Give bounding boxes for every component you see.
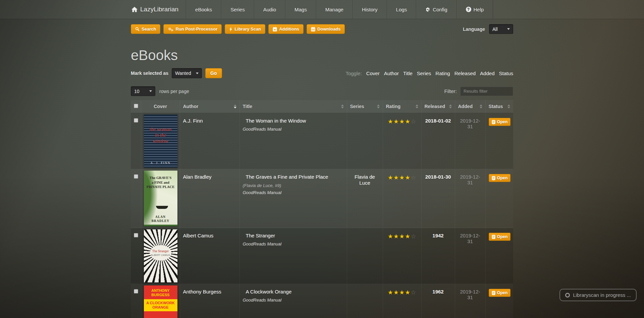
downloads-button[interactable]: Downloads: [307, 24, 345, 34]
open-button[interactable]: Open: [489, 118, 511, 126]
language-value: All: [492, 27, 498, 32]
select-all-checkbox[interactable]: [134, 104, 138, 108]
additions-label: Additions: [279, 27, 299, 32]
author-link[interactable]: A.J. Finn: [183, 118, 203, 124]
col-header-added[interactable]: Added: [455, 100, 485, 113]
nav-item-manage[interactable]: Manage: [316, 0, 353, 19]
series-link[interactable]: Flavia de Luce: [355, 174, 375, 186]
author-link[interactable]: Anthony Burgess: [183, 289, 221, 294]
col-header-series-label: Series: [350, 104, 364, 109]
col-header-status[interactable]: Status: [485, 100, 513, 113]
nav-item-audio[interactable]: Audio: [254, 0, 285, 19]
cover-author-text: ANTHONY BURGESS: [144, 285, 177, 299]
star-empty: ☆: [411, 118, 416, 125]
title-link[interactable]: The Graves a Fine and Private Place: [246, 174, 328, 180]
cover-author-text: A. J. FINN: [144, 161, 177, 165]
nav-item-mags[interactable]: Mags: [285, 0, 316, 19]
toggle-author[interactable]: Author: [384, 71, 399, 76]
results-filter-input[interactable]: [460, 87, 513, 96]
run-post-processor-button[interactable]: Run Post-Processor: [163, 24, 222, 34]
open-button[interactable]: Open: [489, 233, 511, 241]
series-cell: Flavia de Luce: [347, 169, 383, 228]
released-cell: 1962: [421, 284, 455, 318]
toggle-title[interactable]: Title: [403, 71, 413, 76]
row-checkbox[interactable]: [134, 289, 138, 293]
rows-per-page-select[interactable]: 10: [131, 86, 155, 96]
col-header-author[interactable]: Author: [180, 100, 239, 113]
toggle-added[interactable]: Added: [480, 71, 494, 76]
open-button[interactable]: Open: [489, 289, 511, 297]
additions-button[interactable]: Additions: [268, 24, 304, 34]
open-button-label: Open: [497, 290, 508, 295]
brand-label: LazyLibrarian: [140, 6, 178, 13]
released-cell: 2018-01-02: [421, 113, 455, 169]
toggle-status[interactable]: Status: [499, 71, 513, 76]
brand-home-link[interactable]: LazyLibrarian: [131, 0, 186, 19]
open-button[interactable]: Open: [489, 174, 511, 182]
cover-title-text: The GRAVE'S a FINE and PRIVATE PLACE: [144, 176, 177, 189]
col-header-cover[interactable]: Cover: [141, 100, 180, 113]
nav-item-logs[interactable]: Logs: [387, 0, 416, 19]
book-cover[interactable]: The Stranger ALBERT CAMUS: [144, 229, 177, 282]
col-header-released[interactable]: Released: [421, 100, 455, 113]
toggle-released[interactable]: Released: [454, 71, 476, 76]
row-checkbox[interactable]: [134, 118, 138, 123]
stars-filled: ★★★★: [388, 233, 411, 240]
nav-item-help-label: Help: [474, 7, 484, 12]
star-rating: ★★★★☆: [388, 118, 417, 125]
question-icon: ?: [466, 7, 471, 12]
bolt-icon: [229, 27, 232, 32]
go-button[interactable]: Go: [205, 68, 222, 78]
title-link[interactable]: The Woman in the Window: [246, 118, 306, 124]
status-cell: Open: [485, 113, 513, 169]
nav-item-ebooks[interactable]: eBooks: [186, 0, 221, 19]
col-header-rating[interactable]: Rating: [383, 100, 421, 113]
col-header-title-label: Title: [243, 104, 253, 109]
rows-per-page-group: 10 rows per page: [131, 86, 189, 96]
toggle-rating[interactable]: Rating: [435, 71, 450, 76]
row-checkbox[interactable]: [134, 174, 138, 179]
sort-icon: [234, 104, 236, 108]
added-cell: 2019-12-31: [455, 113, 485, 169]
title-link[interactable]: The Stranger: [246, 233, 275, 238]
library-scan-button[interactable]: Library Scan: [225, 24, 265, 34]
added-cell: 2019-12-31: [455, 169, 485, 228]
cover-author-text: ALBERT CAMUS: [151, 254, 170, 256]
col-header-title[interactable]: Title: [239, 100, 347, 113]
released-cell: 1942: [421, 228, 455, 284]
toggle-label: Toggle:: [345, 71, 362, 76]
toggle-cover[interactable]: Cover: [366, 71, 380, 76]
added-cell: 2019-12-31: [455, 284, 485, 318]
cover-cell: the woman in the window A. J. FINN: [141, 113, 180, 169]
spinner-icon: [565, 293, 570, 298]
book-cover[interactable]: ANTHONY BURGESS A CLOCKWORK ORANGE: [144, 285, 177, 318]
table-row: ANTHONY BURGESS A CLOCKWORK ORANGE Antho…: [131, 284, 513, 318]
book-cover[interactable]: the woman in the window A. J. FINN: [144, 115, 177, 168]
author-link[interactable]: Alan Bradley: [183, 174, 212, 180]
mark-as-select[interactable]: Wanted: [172, 68, 202, 78]
col-header-series[interactable]: Series: [347, 100, 383, 113]
ebooks-table: Cover Author Title Series Rating Release…: [131, 100, 513, 318]
author-link[interactable]: Albert Camus: [183, 233, 214, 238]
rows-per-page-value: 10: [134, 89, 140, 94]
cover-cell: The GRAVE'S a FINE and PRIVATE PLACE ALA…: [141, 169, 180, 228]
star-rating: ★★★★☆: [388, 289, 417, 296]
chevron-down-icon: [196, 73, 199, 74]
cogs-icon: [168, 27, 173, 32]
book-cover[interactable]: The GRAVE'S a FINE and PRIVATE PLACE ALA…: [144, 171, 177, 226]
search-button[interactable]: Search: [131, 24, 160, 34]
row-checkbox[interactable]: [134, 233, 138, 237]
library-scan-toast: Libraryscan in progress ...: [559, 289, 637, 301]
stars-filled: ★★★★: [388, 118, 411, 125]
toggle-series[interactable]: Series: [417, 71, 431, 76]
rating-cell: ★★★★☆: [383, 113, 421, 169]
nav-item-history[interactable]: History: [353, 0, 387, 19]
nav-item-series[interactable]: Series: [221, 0, 254, 19]
mark-selected-label: Mark selected as: [131, 71, 168, 76]
title-link[interactable]: A Clockwork Orange: [246, 289, 292, 294]
nav-item-help[interactable]: ? Help: [457, 0, 493, 19]
nav-item-config[interactable]: Config: [416, 0, 456, 19]
cover-art: The Stranger ALBERT CAMUS: [150, 245, 171, 261]
language-select[interactable]: All: [489, 24, 513, 34]
status-cell: Open: [485, 228, 513, 284]
